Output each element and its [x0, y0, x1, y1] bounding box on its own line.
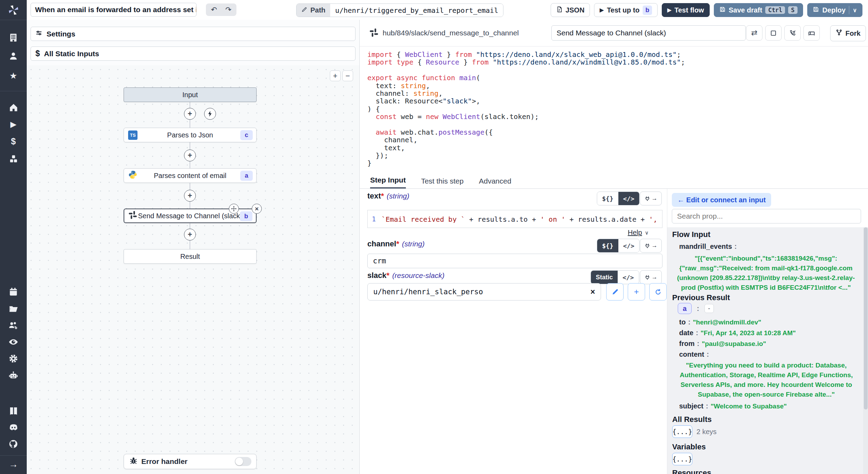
test-up-to-button[interactable]: ▶ Test up to b — [594, 3, 658, 17]
expand-object-badge[interactable]: {...} — [672, 425, 692, 438]
expr-mode-option[interactable]: </> — [618, 192, 640, 205]
slack-input-mode-toggle: Static </> — [591, 270, 639, 284]
flow-node-result[interactable]: Result — [124, 249, 257, 264]
save-draft-button[interactable]: Save draft Ctrl S — [714, 3, 803, 17]
json-button[interactable]: JSON — [551, 3, 590, 17]
redo-icon[interactable]: ↷ — [225, 6, 232, 14]
prop-key: subject — [679, 402, 703, 410]
text-expression-editor[interactable]: 1 `Email received by ` + results.a.to + … — [367, 210, 662, 228]
flow-node-input[interactable]: Input — [124, 87, 257, 102]
result-content-value[interactable]: "Everything you need to build a product:… — [676, 361, 857, 399]
audit-eye-icon[interactable] — [7, 336, 20, 348]
user-icon[interactable] — [7, 50, 20, 62]
edit-or-connect-button[interactable]: ← Edit or connect an input — [672, 193, 771, 207]
phone-incoming-icon[interactable] — [784, 25, 801, 41]
all-static-inputs-bar[interactable]: $ All Static Inputs — [31, 46, 356, 61]
test-up-to-label: Test up to — [607, 6, 640, 14]
channel-value-input[interactable] — [367, 254, 662, 268]
add-step-button[interactable]: + — [184, 190, 196, 202]
connect-input-plug-button[interactable]: → — [640, 192, 662, 205]
refresh-resource-button[interactable] — [649, 283, 667, 301]
add-step-button[interactable]: + — [184, 229, 196, 240]
field-name: channel — [367, 239, 396, 248]
workers-robot-icon[interactable] — [7, 369, 20, 382]
step-id-badge: b — [240, 211, 252, 221]
add-step-button[interactable]: + — [184, 150, 196, 161]
resources-cubes-icon[interactable] — [7, 152, 20, 165]
maximize-icon[interactable] — [765, 25, 782, 41]
flow-canvas[interactable] — [27, 65, 359, 474]
flow-input-value[interactable]: "[{"event":"inbound","ts":1683819426,"ms… — [674, 254, 858, 293]
undo-icon[interactable]: ↶ — [211, 6, 217, 14]
slack-resource-picker[interactable]: u/henri/henri_slack_perso × — [367, 283, 601, 301]
context-scrollbar-thumb[interactable] — [864, 227, 868, 409]
variables-row: {...} — [672, 453, 692, 465]
error-handler-toggle[interactable] — [235, 457, 251, 466]
windmill-logo-icon[interactable] — [7, 3, 20, 16]
result-row-from[interactable]: from: "paul@supabase.io" — [679, 340, 766, 348]
add-step-button[interactable]: + — [184, 108, 196, 120]
channel-field-label: channel*(string) — [367, 239, 425, 248]
folders-icon[interactable] — [7, 302, 20, 315]
github-icon[interactable] — [7, 438, 20, 450]
topbar: When an email is forwarded to an address… — [27, 0, 868, 20]
result-row-date[interactable]: date: "Fri, Apr 14, 2023 at 10:28 AM" — [679, 329, 796, 337]
flow-node-parses-to-json[interactable]: TS Parses to Json c — [124, 128, 257, 142]
tab-advanced[interactable]: Advanced — [479, 177, 511, 188]
docs-book-icon[interactable] — [7, 404, 20, 417]
home-icon[interactable] — [7, 101, 20, 114]
flow-title-input[interactable]: When an email is forwarded to an address… — [31, 3, 197, 17]
groups-admin-icon[interactable] — [7, 319, 20, 332]
flow-node-parses-content[interactable]: Parses content of email a — [124, 168, 257, 183]
zoom-in-button[interactable]: + — [330, 70, 341, 81]
search-prop-input[interactable] — [672, 209, 861, 223]
static-mode-option[interactable]: ${} — [597, 239, 618, 252]
variables-title: Variables — [672, 442, 706, 451]
discord-icon[interactable] — [7, 421, 20, 434]
expr-mode-option[interactable]: </> — [618, 239, 640, 252]
result-row-subject[interactable]: subject: "Welcome to Supabase" — [679, 402, 787, 410]
static-mode-option[interactable]: ${} — [597, 192, 618, 205]
fork-button[interactable]: Fork — [830, 25, 866, 41]
schedules-calendar-icon[interactable] — [7, 285, 20, 298]
zoom-out-button[interactable]: − — [342, 70, 353, 81]
step-a-badge[interactable]: a — [678, 303, 692, 314]
favorites-star-icon[interactable]: ★ — [7, 69, 20, 82]
step-summary-input[interactable] — [551, 25, 746, 41]
connect-input-plug-button[interactable]: → — [640, 239, 662, 253]
expand-sidebar-arrow-icon[interactable]: → — [7, 458, 20, 471]
result-row-to[interactable]: to: "henri@windmill.dev" — [679, 318, 761, 326]
tab-test-this-step[interactable]: Test this step — [421, 177, 464, 188]
collapse-button[interactable]: - — [704, 304, 714, 313]
connect-input-plug-button[interactable]: → — [640, 270, 662, 284]
static-mode-option[interactable]: Static — [591, 271, 618, 284]
move-step-handle[interactable] — [229, 204, 239, 214]
settings-gear-icon[interactable] — [7, 352, 20, 365]
workspace-building-icon[interactable] — [7, 31, 20, 44]
flow-settings-bar[interactable]: Settings — [31, 27, 356, 41]
chevron-down-icon[interactable]: ∨ — [853, 7, 857, 14]
add-resource-button[interactable]: + — [628, 283, 645, 301]
test-flow-button[interactable]: ▶ Test flow — [662, 3, 710, 17]
help-link[interactable]: Help ∨ — [628, 229, 649, 237]
expand-object-badge[interactable]: {...} — [672, 453, 692, 465]
clear-resource-icon[interactable]: × — [591, 287, 595, 297]
expr-mode-option[interactable]: </> — [618, 271, 639, 284]
diff-icon[interactable] — [803, 25, 820, 41]
error-handler-node[interactable]: Error handler — [124, 454, 257, 469]
remove-step-button[interactable]: × — [252, 204, 262, 214]
flow-input-key-row[interactable]: mandrill_events : — [679, 243, 739, 251]
trigger-bolt-button[interactable] — [204, 108, 216, 120]
code-editor[interactable]: import { WebClient } from "https://deno.… — [367, 50, 860, 167]
path-value: u/henri/triggered_by_email_report_email — [330, 4, 503, 17]
deploy-button[interactable]: Deploy ∨ — [807, 3, 862, 17]
reload-swap-icon[interactable]: ⇄ — [746, 25, 762, 41]
result-row-content[interactable]: content: — [679, 350, 711, 358]
step-id-badge: c — [240, 130, 253, 140]
context-scrollbar-track[interactable] — [863, 227, 868, 474]
runs-play-icon[interactable]: ▶ — [7, 118, 20, 131]
path-group[interactable]: Path u/henri/triggered_by_email_report_e… — [296, 3, 503, 17]
tab-step-input[interactable]: Step Input — [370, 176, 406, 188]
variables-dollar-icon[interactable]: $ — [7, 135, 20, 148]
edit-resource-button[interactable] — [606, 283, 624, 301]
